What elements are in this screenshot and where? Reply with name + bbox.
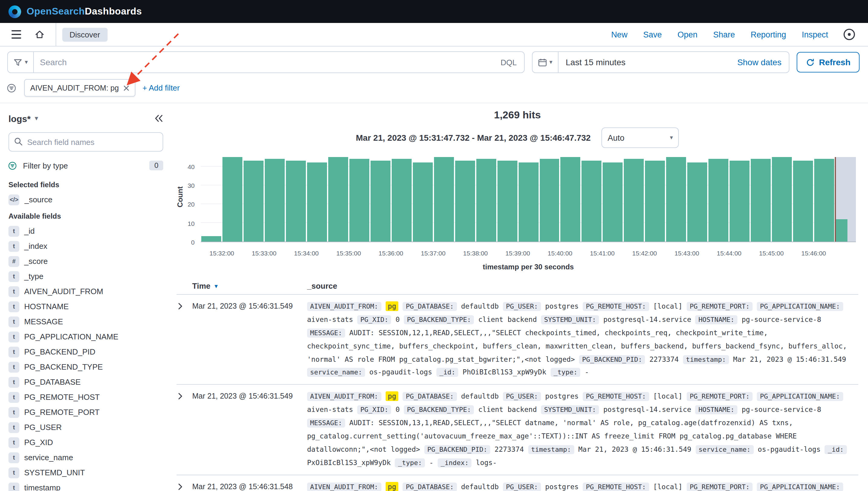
add-filter-button[interactable]: + Add filter (142, 83, 180, 92)
field-item-PG_XID[interactable]: tPG_XID (8, 435, 163, 450)
source-value: pg (385, 482, 399, 491)
histogram-bar[interactable] (496, 155, 518, 241)
field-item-HOSTNAME[interactable]: tHOSTNAME (8, 299, 163, 314)
histogram-bar[interactable] (433, 155, 454, 241)
histogram-bar[interactable] (264, 155, 285, 241)
histogram-bar[interactable] (518, 155, 539, 241)
histogram-bar[interactable] (624, 155, 645, 241)
histogram-bar[interactable] (391, 155, 412, 241)
source-field-badge: PG_REMOTE_PORT: (687, 302, 753, 311)
source-field-badge: HOSTNAME: (696, 405, 737, 414)
histogram-bar[interactable] (687, 155, 708, 241)
filter-pill-aiven-audit-from[interactable]: AIVEN_AUDIT_FROM: pg (24, 79, 135, 97)
histogram-bar[interactable] (370, 155, 391, 241)
histogram-bar[interactable] (835, 155, 856, 241)
collapse-sidebar-icon[interactable] (154, 114, 163, 123)
field-item-MESSAGE[interactable]: tMESSAGE (8, 314, 163, 329)
source-field-badge: timestamp: (528, 445, 574, 454)
source-field-badge: _id: (825, 445, 847, 454)
histogram-bar[interactable] (666, 155, 687, 241)
histogram-bar[interactable] (222, 155, 243, 241)
source-field-badge: MESSAGE: (307, 418, 345, 428)
saved-query-menu-button[interactable]: ▾ (8, 52, 34, 73)
field-item-PG_APPLICATION_NAME[interactable]: tPG_APPLICATION_NAME (8, 329, 163, 344)
field-item-PG_BACKEND_PID[interactable]: tPG_BACKEND_PID (8, 344, 163, 359)
field-item-PG_DATABASE[interactable]: tPG_DATABASE (8, 374, 163, 389)
bar (434, 157, 454, 241)
query-language-button[interactable]: DQL (493, 58, 524, 67)
histogram-bar[interactable] (306, 155, 328, 241)
nav-action-inspect[interactable]: Inspect (802, 30, 828, 39)
nav-action-new[interactable]: New (611, 30, 627, 39)
histogram-bar[interactable] (328, 155, 349, 241)
fields-sidebar: logs* ▾ Filter by type (0, 103, 170, 491)
field-item-_type[interactable]: t_type (8, 269, 163, 284)
expand-row-button[interactable] (177, 391, 192, 400)
field-search-input[interactable] (8, 132, 163, 152)
chevron-down-icon: ▾ (670, 135, 673, 141)
show-dates-button[interactable]: Show dates (730, 57, 788, 67)
histogram-bar[interactable] (729, 155, 750, 241)
time-range-label[interactable]: Last 15 minutes (559, 57, 730, 67)
field-item-_score[interactable]: #_score (8, 254, 163, 269)
histogram-bar[interactable] (645, 155, 666, 241)
y-axis-tick: 10 (188, 220, 195, 227)
remove-filter-icon[interactable] (123, 85, 129, 91)
histogram-bar[interactable] (792, 155, 814, 241)
brand-wordmark: OpenSearchDashboards (27, 6, 142, 17)
field-item-_source[interactable]: </>_source (8, 192, 163, 207)
field-name: service_name (24, 453, 73, 462)
field-item-PG_BACKEND_TYPE[interactable]: tPG_BACKEND_TYPE (8, 359, 163, 374)
search-input[interactable] (34, 57, 493, 67)
field-item-_index[interactable]: t_index (8, 238, 163, 254)
home-button[interactable] (29, 24, 50, 45)
histogram-bar[interactable] (454, 155, 476, 241)
user-menu-button[interactable] (839, 24, 860, 45)
histogram-chart: Count 010203040 15:32:0015:33:0015:34:00… (177, 155, 858, 257)
field-item-PG_REMOTE_PORT[interactable]: tPG_REMOTE_PORT (8, 405, 163, 420)
nav-action-open[interactable]: Open (678, 30, 698, 39)
field-item-PG_USER[interactable]: tPG_USER (8, 420, 163, 435)
breadcrumb[interactable]: Discover (62, 27, 107, 41)
field-item-AIVEN_AUDIT_FROM[interactable]: tAIVEN_AUDIT_FROM (8, 284, 163, 299)
field-type-icon: t (8, 467, 19, 478)
histogram-bar[interactable] (201, 155, 222, 241)
selected-fields-label: Selected fields (8, 180, 163, 189)
index-pattern-select[interactable]: logs* ▾ (8, 113, 38, 123)
refresh-button[interactable]: Refresh (797, 52, 860, 73)
histogram-bar[interactable] (349, 155, 370, 241)
x-axis-ticks: 15:32:0015:33:0015:34:0015:35:0015:36:00… (201, 244, 856, 257)
opensearch-logo-icon[interactable] (8, 5, 21, 18)
histogram-bar[interactable] (243, 155, 264, 241)
field-item-service_name[interactable]: tservice_name (8, 450, 163, 465)
filter-list-icon[interactable] (7, 84, 17, 92)
histogram-bar[interactable] (602, 155, 624, 241)
expand-row-button[interactable] (177, 481, 192, 490)
time-column-header[interactable]: Time ▼ (192, 282, 307, 290)
filter-by-type-button[interactable]: Filter by type 0 (8, 155, 163, 176)
field-item-SYSTEMD_UNIT[interactable]: tSYSTEMD_UNIT (8, 465, 163, 480)
expand-row-button[interactable] (177, 300, 192, 310)
nav-action-share[interactable]: Share (713, 30, 735, 39)
histogram-bar[interactable] (476, 155, 496, 241)
histogram-bar[interactable] (750, 155, 771, 241)
field-item-_id[interactable]: t_id (8, 224, 163, 238)
interval-select[interactable]: Auto ▾ (601, 127, 679, 148)
bar (772, 157, 792, 241)
nav-action-reporting[interactable]: Reporting (751, 30, 786, 39)
histogram-bar[interactable] (560, 155, 581, 241)
histogram-bar[interactable] (814, 155, 835, 241)
field-type-icon: t (8, 407, 19, 417)
quick-select-button[interactable]: ▾ (533, 52, 559, 73)
field-item-PG_REMOTE_HOST[interactable]: tPG_REMOTE_HOST (8, 389, 163, 405)
x-axis-tick: 15:39:00 (505, 250, 530, 257)
histogram-bar[interactable] (771, 155, 792, 241)
field-item-timestamp[interactable]: ttimestamp (8, 480, 163, 491)
histogram-bar[interactable] (412, 155, 433, 241)
nav-action-save[interactable]: Save (643, 30, 662, 39)
histogram-bar[interactable] (285, 155, 306, 241)
histogram-bar[interactable] (581, 155, 602, 241)
histogram-bar[interactable] (708, 155, 729, 241)
menu-button[interactable] (6, 24, 27, 45)
histogram-bar[interactable] (539, 155, 560, 241)
